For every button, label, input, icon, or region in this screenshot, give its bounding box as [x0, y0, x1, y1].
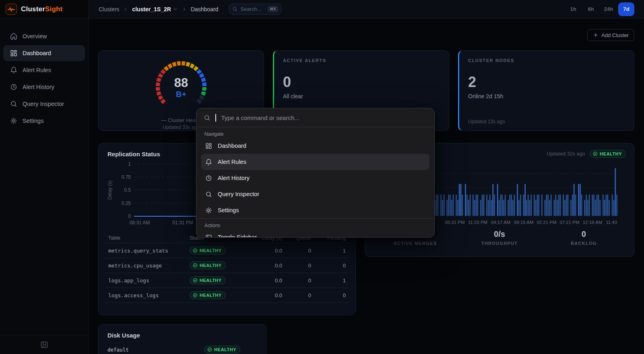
replication-table: Table Status Delay (s) Queue Pending met… — [105, 233, 349, 303]
col-table: Table — [105, 233, 186, 243]
palette-item-query-inspector[interactable]: Query Inspector — [201, 186, 429, 202]
delay-value: 0.0 — [250, 243, 285, 258]
chevron-right-icon — [182, 6, 187, 12]
clock-icon — [10, 83, 17, 91]
table-name: logs.app_logs — [105, 273, 186, 288]
home-icon — [10, 33, 17, 40]
app-logo-icon — [6, 4, 17, 15]
stat-label: ACTIVE MERGES — [373, 241, 457, 246]
svg-text:04:17 AM: 04:17 AM — [491, 220, 511, 225]
stat-throughput: 0/s THROUGHPUT — [457, 230, 541, 246]
svg-text:1: 1 — [128, 161, 131, 167]
add-cluster-button[interactable]: Add Cluster — [587, 29, 634, 41]
palette-item-toggle-sidebar[interactable]: Toggle Sidebar — [201, 229, 429, 238]
status-text: HEALTHY — [200, 263, 222, 268]
sidebar-item-settings[interactable]: Settings — [3, 113, 85, 129]
sidebar-item-label: Alert Rules — [23, 67, 51, 73]
delay-value: 0.0 — [250, 273, 285, 288]
table-row: metrics.cpu_usage HEALTHY 0.0 0 0 — [105, 258, 349, 273]
svg-text:0.5: 0.5 — [124, 187, 131, 193]
collapse-sidebar-button[interactable] — [40, 340, 49, 349]
disk-usage-panel: Disk Usage default HEALTHY — [98, 324, 266, 354]
palette-item-alert-rules[interactable]: Alert Rules — [201, 154, 429, 170]
app-title-accent: Sight — [45, 5, 63, 13]
table-row: logs.access_logs HEALTHY 0.0 0 0 — [105, 288, 349, 303]
plus-icon — [593, 32, 599, 38]
sidebar-item-label: Dashboard — [23, 50, 51, 56]
palette-item-dashboard[interactable]: Dashboard — [201, 138, 429, 154]
sidebar-item-dashboard[interactable]: Dashboard — [3, 45, 85, 61]
sidebar-item-label: Query Inspector — [23, 101, 64, 107]
global-search-input[interactable]: Search... ⌘K — [229, 4, 281, 14]
palette-item-label: Dashboard — [218, 143, 246, 149]
check-circle-icon — [207, 347, 212, 352]
merge-updated: Updated 32s ago — [547, 151, 585, 157]
svg-text:08:31 AM: 08:31 AM — [130, 220, 150, 226]
cluster-nodes-value: 2 — [468, 75, 625, 89]
collapse-sidebar-icon — [40, 341, 48, 349]
sidebar-item-label: Alert History — [23, 84, 54, 90]
table-row: metrics.query_stats HEALTHY 0.0 0 1 — [105, 243, 349, 258]
status-text: HEALTHY — [600, 151, 622, 156]
stat-backlog: 0 BACKLOG — [542, 230, 626, 246]
queue-value: 0 — [285, 258, 314, 273]
palette-item-label: Toggle Sidebar — [218, 234, 257, 238]
time-range-24h[interactable]: 24h — [601, 2, 617, 16]
active-alerts-subtitle: All clear — [283, 93, 440, 99]
check-circle-icon — [193, 293, 198, 298]
disk-name: default — [107, 347, 129, 353]
palette-item-label: Settings — [218, 207, 239, 213]
sidebar-item-overview[interactable]: Overview — [3, 28, 85, 44]
table-row: logs.app_logs HEALTHY 0.0 0 1 — [105, 273, 349, 288]
status-text: HEALTHY — [200, 248, 222, 253]
time-range-6h[interactable]: 6h — [583, 2, 599, 16]
queue-value: 0 — [285, 288, 314, 303]
svg-text:0: 0 — [128, 213, 131, 219]
palette-item-alert-history[interactable]: Alert History — [201, 170, 429, 186]
time-range-1h[interactable]: 1h — [565, 2, 581, 16]
bell-icon — [10, 66, 17, 74]
search-icon — [204, 114, 211, 121]
status-badge: HEALTHY — [190, 246, 226, 255]
pending-value: 0 — [314, 288, 349, 303]
sidebar-item-label: Settings — [23, 118, 43, 124]
pending-value: 1 — [314, 273, 349, 288]
check-circle-icon — [193, 248, 198, 253]
table-name: metrics.query_stats — [105, 243, 186, 258]
status-text: HEALTHY — [200, 278, 222, 283]
search-icon — [205, 191, 212, 198]
breadcrumb-clusters[interactable]: Clusters — [99, 6, 119, 12]
sidebar-item-alert-history[interactable]: Alert History — [3, 79, 85, 95]
search-placeholder: Search... — [240, 6, 261, 12]
svg-text:07:21 PM: 07:21 PM — [559, 220, 579, 225]
svg-text:0.75: 0.75 — [122, 174, 131, 180]
svg-text:01:31 PM: 01:31 PM — [172, 220, 193, 226]
table-name: logs.access_logs — [105, 288, 186, 303]
breadcrumb-cluster-dropdown[interactable]: cluster_1S_2R — [132, 6, 178, 12]
command-palette-placeholder: Type a command or search... — [221, 114, 299, 121]
bell-icon — [205, 159, 212, 166]
sidebar: Overview Dashboard Alert Rules Alert His… — [0, 19, 89, 354]
svg-text:02:21 PM: 02:21 PM — [537, 220, 556, 225]
gear-icon — [10, 117, 17, 124]
disk-usage-title: Disk Usage — [107, 332, 257, 339]
palette-item-settings[interactable]: Settings — [201, 202, 429, 218]
sidebar-item-alert-rules[interactable]: Alert Rules — [3, 62, 85, 78]
breadcrumb: Clusters cluster_1S_2R Dashboard — [99, 6, 218, 12]
svg-text:11:23 PM: 11:23 PM — [468, 220, 487, 225]
app-title: ClusterSight — [21, 5, 62, 13]
time-range-group: 1h 6h 24h 7d — [565, 2, 634, 16]
search-icon — [232, 6, 237, 12]
pending-value: 1 — [314, 243, 349, 258]
active-alerts-title: ACTIVE ALERTS — [283, 58, 440, 63]
chevron-right-icon — [123, 6, 128, 12]
chevron-down-icon — [173, 6, 178, 12]
disk-row: default HEALTHY — [107, 346, 240, 354]
stat-value: 0 — [542, 230, 626, 239]
queue-value: 0 — [285, 273, 314, 288]
time-range-7d[interactable]: 7d — [618, 2, 634, 16]
sidebar-item-query-inspector[interactable]: Query Inspector — [3, 96, 85, 112]
svg-text:11:40 AM: 11:40 AM — [606, 220, 618, 225]
stat-value: 0/s — [457, 230, 541, 239]
command-palette-input[interactable]: Type a command or search... — [196, 108, 434, 127]
